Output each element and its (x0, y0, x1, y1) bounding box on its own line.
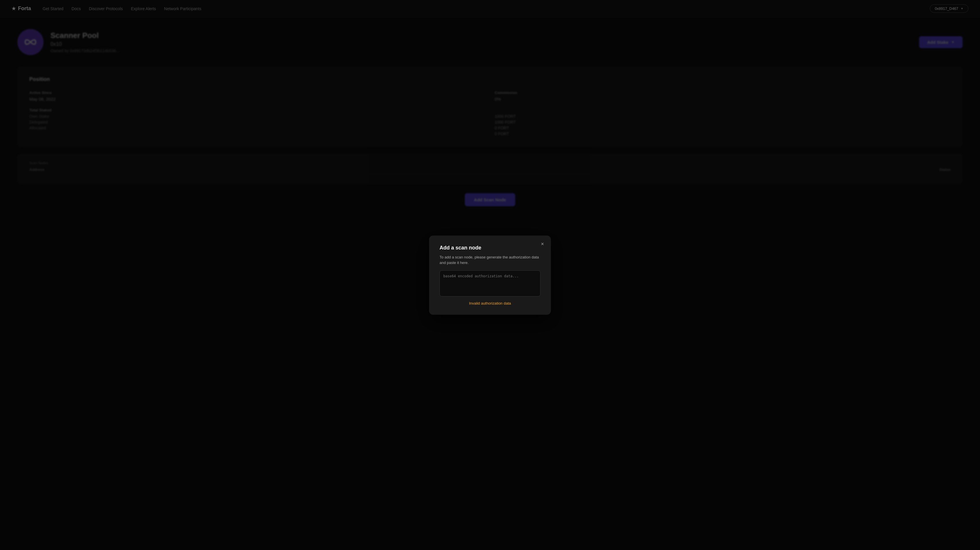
authorization-data-input[interactable] (439, 270, 541, 296)
modal-description: To add a scan node, please generate the … (439, 254, 541, 266)
modal-close-button[interactable]: × (538, 240, 546, 248)
modal-overlay[interactable]: × Add a scan node To add a scan node, pl… (0, 0, 980, 550)
add-scan-node-modal: × Add a scan node To add a scan node, pl… (429, 235, 551, 315)
modal-title: Add a scan node (439, 245, 541, 251)
modal-error-message: Invalid authorization data (439, 301, 541, 305)
